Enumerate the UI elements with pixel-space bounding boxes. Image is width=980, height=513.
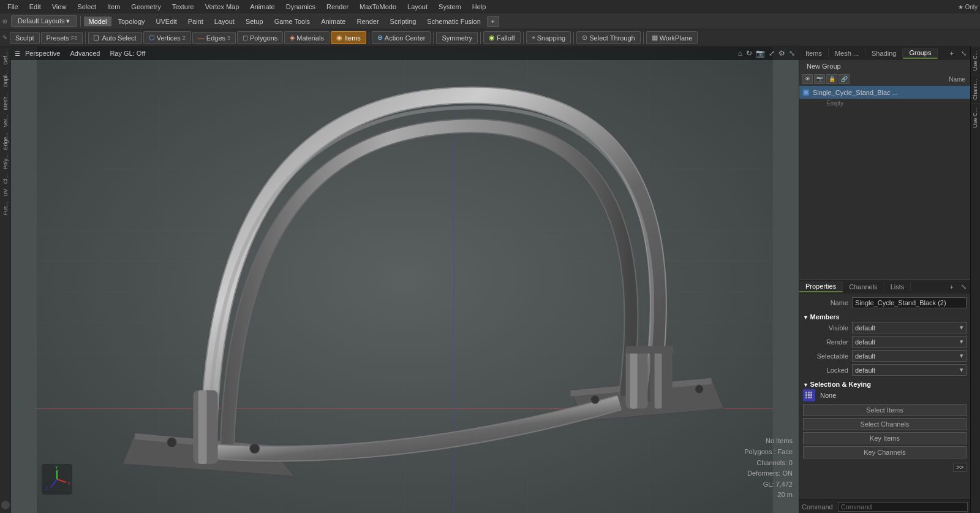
locked-row: Locked default ▾ (803, 364, 967, 376)
tab-scripting[interactable]: Scripting (385, 17, 421, 26)
falloff-button[interactable]: ◉ Falloff (483, 31, 521, 44)
tab-render[interactable]: Render (352, 17, 383, 26)
sidebar-item-dupli[interactable]: Dupli... (1, 67, 10, 89)
sidebar-item-fus[interactable]: Fus... (1, 199, 10, 218)
sidebar-item-edge[interactable]: Edge... (1, 130, 10, 153)
vp-home-icon[interactable]: ⌂ (738, 49, 742, 58)
tab-lists[interactable]: Lists (884, 282, 911, 292)
tab-game-tools[interactable]: Game Tools (270, 17, 315, 26)
menu-maxtomodo[interactable]: MaxToModo (355, 2, 401, 12)
viewport[interactable]: ☰ Perspective Advanced Ray GL: Off ⌂ ↻ 📷… (11, 47, 799, 513)
viewport-render-mode[interactable]: Advanced (70, 50, 100, 57)
sidebar-item-mesh[interactable]: Mesh... (1, 89, 10, 113)
menu-animate[interactable]: Animate (245, 2, 279, 12)
vertices-button[interactable]: ⬡ Vertices 2 (143, 31, 191, 44)
vp-camera-icon[interactable]: 📷 (756, 49, 765, 58)
name-input[interactable] (852, 297, 967, 308)
vp-maximize-icon[interactable]: ⤢ (769, 49, 775, 58)
far-right-tab-use-channels[interactable]: Use C... (971, 47, 980, 75)
vp-refresh-icon[interactable]: ↻ (746, 49, 752, 58)
tab-channels[interactable]: Channels (843, 282, 884, 292)
tab-shading[interactable]: Shading (865, 48, 903, 58)
new-group-button[interactable]: New Group (802, 61, 968, 71)
vp-settings-icon[interactable]: ⚙ (778, 49, 785, 58)
edges-button[interactable]: — Edges 3 (192, 32, 236, 44)
tab-items[interactable]: Items (799, 48, 829, 58)
right-top-expand-button[interactable]: ⤡ (957, 48, 970, 59)
add-tab-button[interactable]: + (487, 16, 499, 27)
viewport-view-type[interactable]: Perspective (25, 50, 60, 57)
command-input[interactable] (838, 502, 968, 512)
selectable-label: Selectable (803, 352, 852, 360)
menu-system[interactable]: System (434, 2, 466, 12)
sep8 (643, 32, 644, 44)
rt-link-button[interactable]: 🔗 (839, 74, 850, 84)
tab-layout[interactable]: Layout (209, 17, 239, 26)
auto-select-button[interactable]: Auto Select (88, 32, 141, 44)
right-bottom-expand-button[interactable]: ⤡ (957, 282, 970, 292)
key-channels-button[interactable]: Key Channels (803, 446, 967, 458)
tab-animate[interactable]: Animate (316, 17, 350, 26)
materials-button[interactable]: ◈ Materials (284, 31, 330, 44)
key-items-button[interactable]: Key Items (803, 432, 967, 444)
presets-button[interactable]: Presets F6 (41, 32, 83, 44)
add-property-tab-button[interactable]: + (946, 282, 957, 292)
far-right-tab-channels[interactable]: Chann... (971, 75, 980, 104)
rt-eye-button[interactable]: 👁 (802, 74, 813, 84)
render-select[interactable]: default ▾ (852, 336, 967, 348)
menu-item[interactable]: Item (102, 2, 125, 12)
sidebar-item-uv[interactable]: UV (1, 186, 10, 199)
polygons-button[interactable]: ◻ Polygons (237, 31, 283, 44)
sidebar-item-poly[interactable]: Poly... (1, 152, 10, 172)
workplane-button[interactable]: ▦ WorkPlane (646, 31, 698, 44)
select-items-button[interactable]: Select Items (803, 404, 967, 416)
viewport-menu-btn[interactable]: ☰ (15, 50, 20, 57)
sculpt-button[interactable]: Sculpt (10, 32, 40, 44)
vp-expand-icon[interactable]: ⤡ (789, 49, 795, 58)
tab-schematic-fusion[interactable]: Schematic Fusion (422, 17, 485, 26)
tab-uvedit[interactable]: UVEdit (151, 17, 182, 26)
menu-layout[interactable]: Layout (402, 2, 432, 12)
tab-properties[interactable]: Properties (799, 281, 843, 292)
menu-help[interactable]: Help (467, 2, 491, 12)
tab-setup[interactable]: Setup (241, 17, 268, 26)
symmetry-button[interactable]: Symmetry (436, 32, 478, 44)
sidebar-item-ver[interactable]: Ver... (1, 112, 10, 130)
far-right-tab-use-c2[interactable]: Use C... (971, 104, 980, 132)
locked-select[interactable]: default ▾ (852, 364, 967, 376)
rt-lock-button[interactable]: 🔒 (826, 74, 837, 84)
sidebar-item-def[interactable]: Def... (1, 49, 10, 67)
selection-keying-section[interactable]: Selection & Keying (803, 378, 967, 389)
add-panel-tab-button[interactable]: + (946, 48, 957, 58)
menu-vertex-map[interactable]: Vertex Map (200, 2, 244, 12)
default-layouts-button[interactable]: Default Layouts ▾ (11, 15, 77, 27)
select-through-button[interactable]: ⊙ Select Through (576, 31, 640, 44)
viewport-ray-gl[interactable]: Ray GL: Off (110, 50, 145, 57)
visible-select[interactable]: default ▾ (852, 322, 967, 333)
selectable-select[interactable]: default ▾ (852, 350, 967, 362)
menu-select[interactable]: Select (72, 2, 101, 12)
sidebar-bottom-btn[interactable] (1, 501, 10, 509)
items-button[interactable]: ◉ Items (331, 31, 366, 44)
tab-mesh[interactable]: Mesh ... (829, 48, 865, 58)
menu-geometry[interactable]: Geometry (126, 2, 165, 12)
tab-paint[interactable]: Paint (183, 17, 208, 26)
visible-value: default (855, 324, 875, 332)
rt-camera-button[interactable]: 📷 (814, 74, 825, 84)
menu-render[interactable]: Render (322, 2, 353, 12)
action-center-button[interactable]: ⊕ Action Center (372, 31, 431, 44)
menu-edit[interactable]: Edit (24, 2, 46, 12)
select-channels-button[interactable]: Select Channels (803, 418, 967, 430)
sidebar-item-cl[interactable]: Cl... (1, 172, 10, 186)
menu-texture[interactable]: Texture (167, 2, 199, 12)
menu-file[interactable]: File (2, 2, 23, 12)
snapping-button[interactable]: ⌖ Snapping (526, 31, 571, 44)
expand-bottom-button[interactable]: >> (953, 463, 967, 472)
members-section[interactable]: Members (803, 311, 967, 322)
tab-topology[interactable]: Topology (113, 17, 149, 26)
render-arrow-icon: ▾ (960, 338, 963, 346)
menu-view[interactable]: View (47, 2, 72, 12)
tab-groups[interactable]: Groups (903, 48, 938, 59)
menu-dynamics[interactable]: Dynamics (281, 2, 320, 12)
tab-model[interactable]: Model (84, 17, 112, 26)
